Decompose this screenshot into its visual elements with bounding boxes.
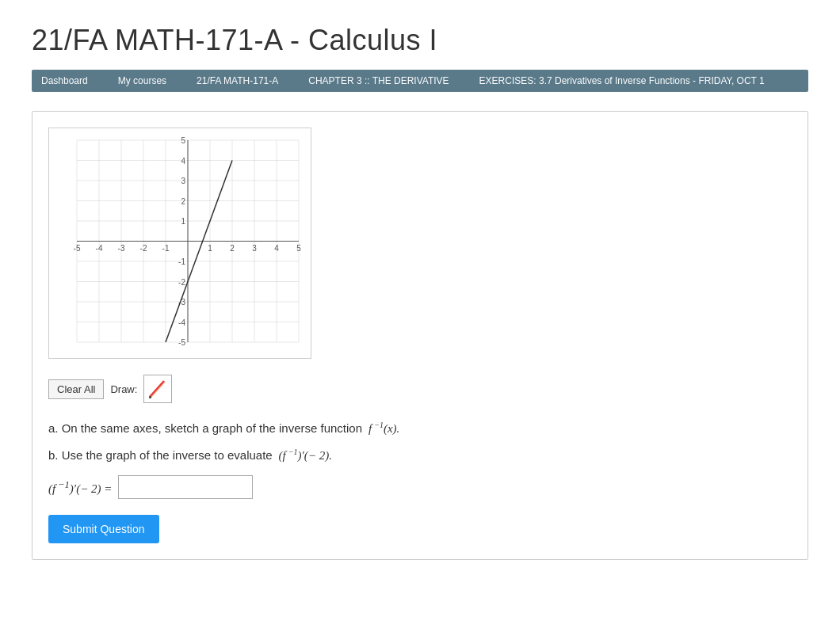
graph-canvas[interactable]: [48, 128, 311, 359]
question-a: a. On the same axes, sketch a graph of t…: [48, 419, 792, 438]
content-area: Clear All Draw: a. On the same axes, ske…: [32, 111, 808, 560]
draw-icon-button[interactable]: [143, 375, 172, 403]
answer-label: (f −1)′(− 2) =: [48, 479, 112, 496]
answer-input[interactable]: [118, 475, 253, 499]
breadcrumb-my-courses[interactable]: My courses: [109, 70, 178, 92]
graph-controls: Clear All Draw:: [48, 375, 792, 403]
breadcrumb-course[interactable]: 21/FA MATH-171-A: [187, 70, 289, 92]
answer-row: (f −1)′(− 2) =: [48, 475, 792, 499]
pencil-icon: [147, 378, 169, 400]
svg-line-0: [150, 381, 164, 397]
page-wrapper: 21/FA MATH-171-A - Calculus I Dashboard …: [0, 0, 840, 636]
graph-container: [48, 128, 311, 359]
breadcrumb-dashboard[interactable]: Dashboard: [32, 70, 99, 92]
page-title: 21/FA MATH-171-A - Calculus I: [32, 24, 808, 57]
submit-button[interactable]: Submit Question: [48, 515, 159, 543]
draw-label: Draw:: [110, 383, 137, 395]
breadcrumb-chapter[interactable]: CHAPTER 3 :: THE DERIVATIVE: [299, 70, 460, 92]
breadcrumb-exercise[interactable]: EXERCISES: 3.7 Derivatives of Inverse Fu…: [470, 70, 776, 92]
question-b: b. Use the graph of the inverse to evalu…: [48, 446, 792, 465]
clear-all-button[interactable]: Clear All: [48, 379, 104, 399]
question-section: a. On the same axes, sketch a graph of t…: [48, 419, 792, 543]
svg-line-1: [151, 382, 165, 398]
svg-point-2: [149, 396, 151, 398]
breadcrumb: Dashboard My courses 21/FA MATH-171-A CH…: [32, 70, 808, 92]
